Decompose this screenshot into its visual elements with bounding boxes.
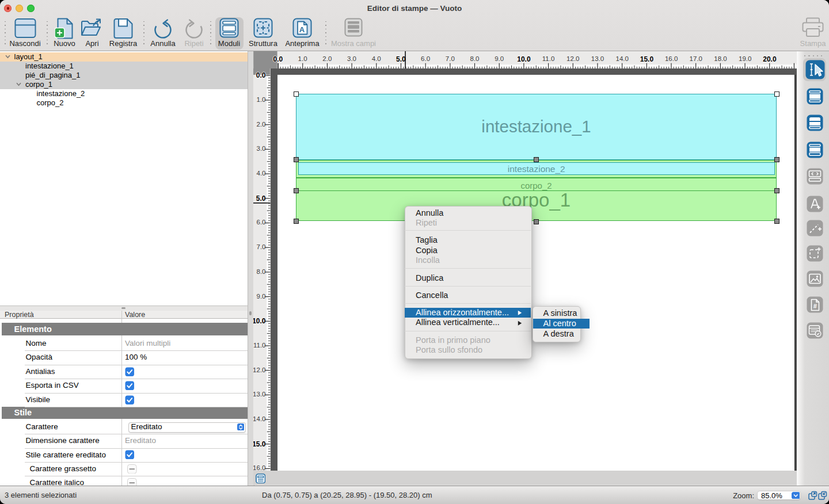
svg-text:#: # bbox=[813, 303, 817, 310]
svg-text:A: A bbox=[299, 25, 305, 34]
